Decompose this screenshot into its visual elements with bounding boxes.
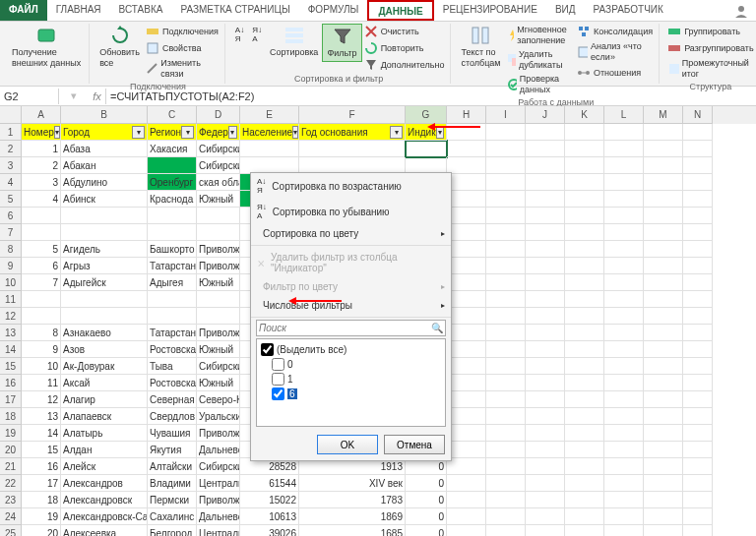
- cell[interactable]: [526, 274, 565, 291]
- cell[interactable]: [526, 325, 565, 341]
- cell[interactable]: Александровск: [61, 492, 148, 508]
- cell[interactable]: Сахалинс: [148, 508, 197, 525]
- advanced-button[interactable]: Дополнительно: [362, 57, 447, 73]
- cell[interactable]: Чувашия: [148, 425, 197, 442]
- cell[interactable]: 16: [22, 458, 61, 475]
- cell[interactable]: [604, 358, 644, 375]
- cell[interactable]: [644, 458, 683, 475]
- cell[interactable]: Сибирски: [197, 458, 240, 475]
- cell[interactable]: Южный: [197, 341, 240, 358]
- cell[interactable]: [447, 258, 486, 274]
- cell[interactable]: [644, 341, 683, 358]
- tab-data[interactable]: ДАННЫЕ: [367, 0, 433, 21]
- cell[interactable]: [526, 475, 565, 492]
- cell[interactable]: [486, 191, 526, 208]
- col-header[interactable]: H: [447, 106, 486, 124]
- cell[interactable]: 1: [22, 141, 61, 157]
- cell[interactable]: [447, 157, 486, 174]
- filter-header[interactable]: Город▾: [61, 124, 148, 141]
- cell[interactable]: [447, 224, 486, 241]
- cell[interactable]: Абдулино: [61, 174, 148, 191]
- cell[interactable]: Централь: [197, 525, 240, 536]
- cell[interactable]: [447, 425, 486, 442]
- text-to-columns-button[interactable]: Текст по столбцам: [457, 24, 504, 71]
- cell[interactable]: [644, 224, 683, 241]
- cell[interactable]: [148, 291, 197, 308]
- cell[interactable]: [447, 274, 486, 291]
- cell[interactable]: [526, 174, 565, 191]
- cell[interactable]: [565, 442, 604, 458]
- cell[interactable]: [447, 141, 486, 157]
- cell[interactable]: [486, 425, 526, 442]
- cell[interactable]: [565, 475, 604, 492]
- cell[interactable]: 3: [22, 174, 61, 191]
- clear-button[interactable]: Очистить: [362, 24, 447, 39]
- col-header[interactable]: C: [148, 106, 197, 124]
- cell[interactable]: 20: [22, 525, 61, 536]
- cell[interactable]: [565, 341, 604, 358]
- cell[interactable]: 7: [22, 274, 61, 291]
- row-header[interactable]: 13: [0, 325, 22, 341]
- sort-color-item[interactable]: Сортировка по цвету▸: [251, 224, 451, 243]
- cell[interactable]: 11: [22, 375, 61, 391]
- cell[interactable]: [565, 174, 604, 191]
- cell[interactable]: [644, 308, 683, 325]
- cell[interactable]: 10613: [240, 508, 299, 525]
- cell[interactable]: Приволжс: [197, 425, 240, 442]
- cell[interactable]: [526, 525, 565, 536]
- cell[interactable]: [565, 274, 604, 291]
- cell[interactable]: Алдан: [61, 442, 148, 458]
- cell[interactable]: [565, 391, 604, 408]
- col-header[interactable]: A: [22, 106, 61, 124]
- cell[interactable]: [683, 425, 713, 442]
- row-header[interactable]: 25: [0, 525, 22, 536]
- cell[interactable]: [565, 141, 604, 157]
- cell[interactable]: [604, 291, 644, 308]
- cell[interactable]: [683, 208, 713, 224]
- cell[interactable]: 61544: [240, 475, 299, 492]
- cell[interactable]: [526, 241, 565, 258]
- cell[interactable]: [486, 291, 526, 308]
- check-all[interactable]: (Выделить все): [260, 342, 442, 357]
- cell[interactable]: [683, 475, 713, 492]
- filter-dropdown-icon[interactable]: ▾: [54, 126, 60, 139]
- row-header[interactable]: 10: [0, 274, 22, 291]
- cell[interactable]: [683, 341, 713, 358]
- cell[interactable]: 15: [22, 442, 61, 458]
- cell[interactable]: [604, 391, 644, 408]
- cell[interactable]: [486, 525, 526, 536]
- cell[interactable]: [486, 224, 526, 241]
- cell[interactable]: 1869: [299, 508, 406, 525]
- cell[interactable]: Алапаевск: [61, 408, 148, 425]
- col-header[interactable]: K: [565, 106, 604, 124]
- cell[interactable]: Абакан: [61, 157, 148, 174]
- cell[interactable]: Приволжс: [197, 241, 240, 258]
- cell[interactable]: [565, 508, 604, 525]
- row-header[interactable]: 18: [0, 408, 22, 425]
- cell[interactable]: [683, 274, 713, 291]
- cell[interactable]: [526, 191, 565, 208]
- tab-insert[interactable]: ВСТАВКА: [110, 0, 172, 21]
- cell[interactable]: [61, 308, 148, 325]
- cell[interactable]: [683, 391, 713, 408]
- cell[interactable]: [197, 224, 240, 241]
- filter-checklist[interactable]: (Выделить все) 0 1 6: [256, 338, 446, 427]
- cell[interactable]: [486, 308, 526, 325]
- cell[interactable]: 5: [22, 241, 61, 258]
- cell[interactable]: [565, 408, 604, 425]
- cell[interactable]: Аксай: [61, 375, 148, 391]
- cell[interactable]: [604, 341, 644, 358]
- cell[interactable]: Южный: [197, 375, 240, 391]
- fx-icon[interactable]: fx: [89, 89, 106, 104]
- cell[interactable]: [447, 525, 486, 536]
- cell[interactable]: [486, 358, 526, 375]
- cell[interactable]: Якутия: [148, 442, 197, 458]
- cell[interactable]: 19: [22, 508, 61, 525]
- filter-button[interactable]: Фильтр: [322, 24, 361, 62]
- cell[interactable]: Адыгейск: [61, 274, 148, 291]
- row-header[interactable]: 2: [0, 141, 22, 157]
- filter-search[interactable]: 🔍: [256, 320, 446, 336]
- cell[interactable]: [565, 157, 604, 174]
- cell[interactable]: [604, 525, 644, 536]
- cell[interactable]: 0: [406, 492, 447, 508]
